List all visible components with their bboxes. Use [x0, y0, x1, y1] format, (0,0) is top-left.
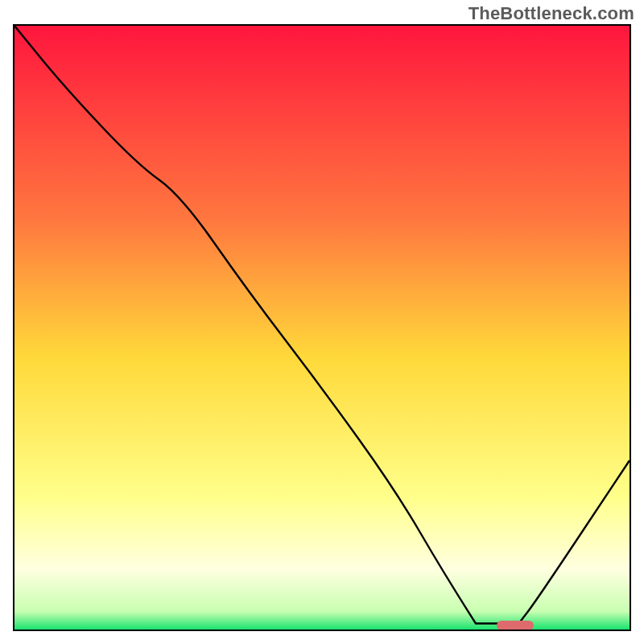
plot-area	[13, 24, 631, 631]
curve-path	[14, 26, 630, 624]
optimal-range-marker	[497, 621, 534, 630]
bottleneck-curve	[14, 26, 630, 630]
chart-stage: TheBottleneck.com	[0, 0, 644, 644]
watermark-text: TheBottleneck.com	[469, 3, 634, 24]
